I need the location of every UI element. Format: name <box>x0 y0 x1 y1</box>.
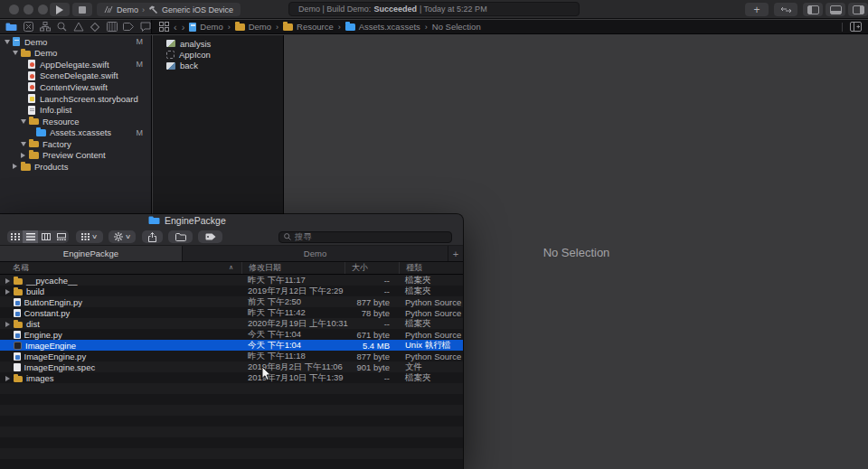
play-icon <box>56 5 63 14</box>
folder-icon <box>29 152 39 159</box>
disclosure-triangle-icon[interactable] <box>5 376 10 381</box>
column-header-date[interactable]: 修改日期 <box>241 262 344 274</box>
tree-item-file[interactable]: Info.plist <box>0 104 151 116</box>
forward-chevron-icon[interactable]: › <box>182 23 185 32</box>
tab-demo[interactable]: Demo <box>183 246 448 261</box>
file-row-dist[interactable]: dist 2020年2月19日 上午10:31 -- 檔案夾 <box>0 318 463 329</box>
tree-item-file[interactable]: LaunchScreen.storyboard <box>0 93 151 105</box>
share-button[interactable] <box>142 230 163 243</box>
close-window-button[interactable] <box>9 5 19 14</box>
tree-label: ContentView.swift <box>40 82 108 92</box>
disclosure-closed-icon[interactable] <box>21 153 25 158</box>
new-folder-button[interactable] <box>168 230 193 243</box>
chevron-down-icon: ∨ <box>125 234 131 239</box>
tree-item-project[interactable]: Demo M <box>0 36 151 48</box>
icon-view-button[interactable] <box>7 230 23 243</box>
disclosure-closed-icon[interactable] <box>13 164 17 169</box>
tag-button[interactable] <box>198 230 222 243</box>
file-row-engine[interactable]: Engine.py 今天 下午1:04 671 byte Python Sour… <box>0 329 463 340</box>
toggle-navigator-button[interactable] <box>803 3 823 16</box>
file-row-imageengine-selected[interactable]: ImageEngine 今天 下午1:04 5.4 MB Unix 執行檔 <box>0 340 463 351</box>
tree-item-folder[interactable]: Preview Content <box>0 149 151 161</box>
disclosure-triangle-icon[interactable] <box>5 322 10 327</box>
editor-mode-button[interactable] <box>774 3 797 16</box>
disclosure-open-icon[interactable] <box>5 40 10 44</box>
tree-label: Products <box>34 162 69 172</box>
asset-item-appicon[interactable]: AppIcon <box>153 49 283 60</box>
column-header-name[interactable]: 名稱 <box>0 262 241 274</box>
action-menu-button[interactable]: ∨ <box>108 230 136 243</box>
disclosure-open-icon[interactable] <box>21 142 26 146</box>
file-row-build[interactable]: build 2019年7月12日 下午2:29 -- 檔案夾 <box>0 286 463 296</box>
add-editor-icon[interactable] <box>850 22 862 32</box>
stop-button[interactable] <box>72 3 92 16</box>
disclosure-triangle-icon[interactable] <box>5 278 10 284</box>
related-items-icon[interactable] <box>159 22 169 32</box>
find-navigator-tab[interactable] <box>56 22 68 33</box>
breadcrumb-resource[interactable]: Resource <box>283 22 334 32</box>
group-by-button[interactable]: ∨ <box>76 230 103 243</box>
toggle-debug-area-button[interactable] <box>826 3 845 16</box>
minimize-window-button[interactable] <box>24 5 33 14</box>
file-row-imageengine-spec[interactable]: ImageEngine.spec 2019年8月2日 下午11:06 901 b… <box>0 361 463 372</box>
file-row-constant[interactable]: Constant.py 昨天 下午11:42 78 byte Python So… <box>0 307 463 318</box>
disclosure-triangle-icon[interactable] <box>5 289 10 295</box>
asset-item-analysis[interactable]: analysis <box>153 38 283 49</box>
library-add-button[interactable]: + <box>745 3 769 16</box>
breadcrumb-group[interactable]: Demo <box>235 22 271 32</box>
asset-item-back[interactable]: back <box>153 61 283 71</box>
disclosure-open-icon[interactable] <box>21 119 26 124</box>
search-field[interactable]: 搜尋 <box>278 231 452 243</box>
file-row-imageengine-py[interactable]: ImageEngine.py 昨天 下午11:18 877 byte Pytho… <box>0 351 463 361</box>
tree-item-file[interactable]: AppDelegate.swift M <box>0 59 151 70</box>
project-navigator-tab[interactable] <box>5 22 17 33</box>
breakpoint-navigator-tab[interactable] <box>123 22 135 33</box>
sort-ascending-icon[interactable]: ∧ <box>229 264 233 271</box>
run-button[interactable] <box>50 3 70 16</box>
tree-item-file[interactable]: SceneDelegate.swift <box>0 70 151 82</box>
file-row-pycache[interactable]: __pycache__ 昨天 下午11:17 -- 檔案夾 <box>0 275 463 286</box>
column-view-button[interactable] <box>38 230 53 243</box>
column-header-kind[interactable]: 種類 <box>399 262 463 274</box>
list-view-button[interactable] <box>23 230 38 243</box>
breadcrumb-label: Demo <box>249 22 271 32</box>
file-row-buttonengin[interactable]: ButtonEngin.py 前天 下午2:50 877 byte Python… <box>0 296 463 307</box>
breadcrumb-separator: › <box>425 23 428 32</box>
scheme-selector[interactable]: Demo › Generic iOS Device <box>97 3 241 16</box>
report-navigator-tab[interactable] <box>140 22 152 33</box>
breadcrumb-separator: › <box>276 23 278 32</box>
finder-titlebar[interactable]: EnginePackge <box>0 214 463 229</box>
zoom-window-button[interactable] <box>38 5 48 14</box>
gallery-view-button[interactable] <box>53 230 69 243</box>
column-header-size[interactable]: 大小 <box>344 262 399 274</box>
source-control-navigator-tab[interactable] <box>23 22 34 33</box>
tab-enginepackge[interactable]: EnginePackge <box>0 246 183 261</box>
debug-navigator-tab[interactable] <box>107 22 118 33</box>
issue-navigator-tab[interactable] <box>73 22 85 33</box>
file-name: ImageEngine.spec <box>24 362 96 372</box>
disclosure-open-icon[interactable] <box>13 51 18 55</box>
asset-catalog-icon <box>36 129 46 136</box>
tree-item-folder[interactable]: Resource <box>0 116 151 127</box>
file-size: -- <box>344 373 399 383</box>
test-navigator-tab[interactable] <box>90 22 101 33</box>
new-tab-button[interactable]: + <box>448 246 463 261</box>
tree-item-folder[interactable]: Demo <box>0 48 151 60</box>
desktop: Demo › Generic iOS Device Demo | Build D… <box>0 0 868 469</box>
folder-icon <box>14 376 23 382</box>
asset-label: analysis <box>180 39 211 49</box>
xcode-toolbar: Demo › Generic iOS Device Demo | Build D… <box>0 0 868 19</box>
symbol-navigator-tab[interactable] <box>40 22 52 33</box>
breadcrumb-assets[interactable]: Assets.xcassets <box>345 22 420 32</box>
back-chevron-icon[interactable]: ‹ <box>174 23 177 32</box>
file-name: Constant.py <box>24 308 71 318</box>
toggle-inspector-button[interactable] <box>848 3 868 16</box>
breadcrumb-selection[interactable]: No Selection <box>432 22 481 32</box>
tree-item-xcassets[interactable]: Assets.xcassets M <box>0 127 151 138</box>
status-prefix: Demo | Build Demo: <box>298 5 371 14</box>
breadcrumb-project[interactable]: Demo <box>189 22 222 32</box>
tree-item-file[interactable]: ContentView.swift <box>0 81 151 93</box>
tree-item-folder[interactable]: Factory <box>0 138 151 150</box>
tree-item-folder[interactable]: Products <box>0 161 151 173</box>
file-row-images[interactable]: images 2019年7月10日 下午1:39 -- 檔案夾 <box>0 372 463 383</box>
